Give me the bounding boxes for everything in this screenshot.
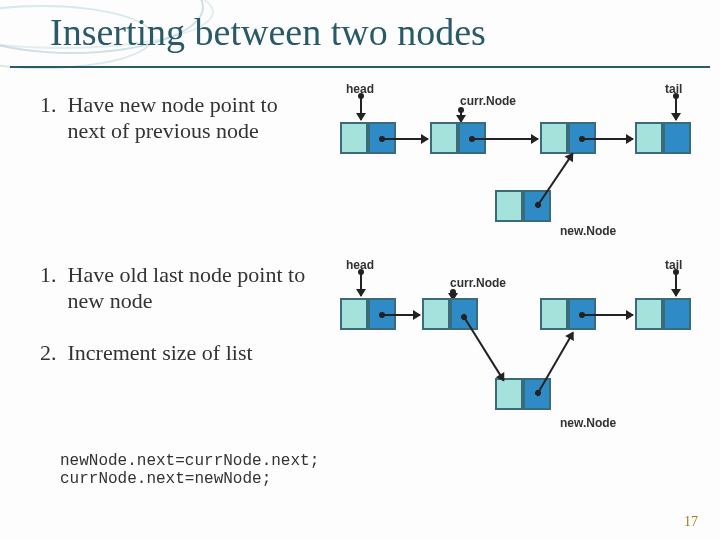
code-line-1: newNode.next=currNode.next; [60, 452, 319, 470]
code-line-2: currNode.next=newNode; [60, 470, 271, 488]
tail-pointer [675, 96, 677, 120]
head-pointer [360, 272, 362, 296]
step-2: 1. Have old last node point to new node [40, 262, 320, 315]
step-text: Have new node point to next of previous … [68, 92, 308, 145]
diagram-2: head tail curr.Node new.Node [330, 258, 700, 438]
step-number: 2. [40, 340, 62, 366]
link-new-3 [537, 153, 573, 206]
step-text: Have old last node point to new node [68, 262, 308, 315]
step-3: 2. Increment size of list [40, 340, 320, 366]
tail-pointer [675, 272, 677, 296]
link-2-3 [472, 138, 538, 140]
step-number: 1. [40, 92, 62, 118]
page-number: 17 [684, 514, 698, 530]
currnode-pointer [460, 110, 462, 122]
step-1: 1. Have new node point to next of previo… [40, 92, 320, 145]
page-title: Inserting between two nodes [50, 10, 486, 54]
title-underline [10, 66, 710, 68]
node-4 [635, 298, 691, 330]
link-2-new [463, 316, 504, 381]
label-currnode: curr.Node [450, 276, 506, 290]
link-3-4 [582, 314, 633, 316]
head-pointer [360, 96, 362, 120]
code-block: newNode.next=currNode.next; currNode.nex… [60, 452, 319, 488]
link-new-3 [537, 332, 574, 394]
step-text: Increment size of list [68, 340, 308, 366]
step-number: 1. [40, 262, 62, 288]
link-1-2 [382, 138, 428, 140]
link-3-4 [582, 138, 633, 140]
link-1-2 [382, 314, 420, 316]
label-newnode: new.Node [560, 224, 616, 238]
label-currnode: curr.Node [460, 94, 516, 108]
node-4 [635, 122, 691, 154]
diagram-1: head tail curr.Node new.Node [330, 82, 700, 242]
label-newnode: new.Node [560, 416, 616, 430]
